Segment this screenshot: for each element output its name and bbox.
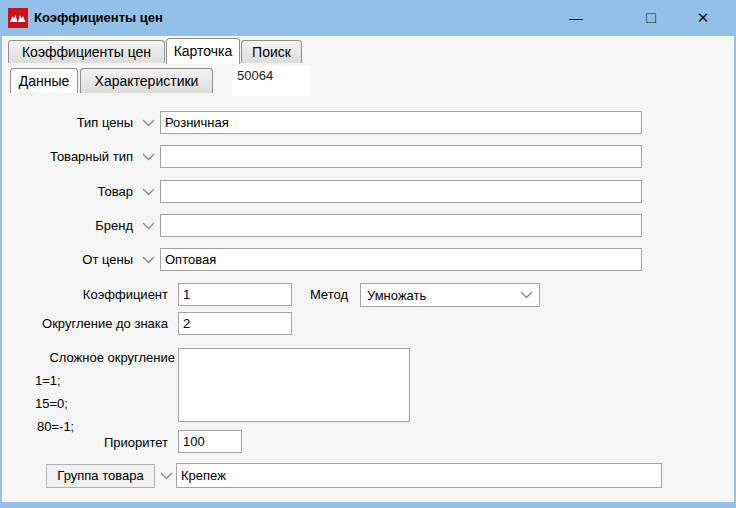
chevron-down-icon <box>142 256 155 264</box>
maximize-button[interactable]: □ <box>630 0 672 36</box>
tab-characteristics[interactable]: Характеристики <box>80 68 213 93</box>
product-type-dropdown-button[interactable] <box>138 145 158 168</box>
brand-label: Бренд <box>0 214 133 237</box>
priority-label: Приоритет <box>60 431 168 454</box>
chevron-down-icon <box>520 291 533 299</box>
titlebar: Коэффициенты цен — □ ✕ <box>0 0 736 36</box>
tab-data[interactable]: Данные <box>10 68 78 93</box>
chevron-down-icon <box>142 153 155 161</box>
product-label: Товар <box>0 180 133 203</box>
method-select[interactable]: Умножать <box>360 283 540 307</box>
app-window: Коэффициенты цен — □ ✕ Коэффициенты цен … <box>0 0 736 508</box>
record-id-field[interactable]: 50064 <box>232 66 310 96</box>
from-price-input[interactable] <box>160 248 642 271</box>
from-price-dropdown-button[interactable] <box>138 248 158 271</box>
product-dropdown-button[interactable] <box>138 180 158 203</box>
window-title: Коэффициенты цен <box>34 0 163 36</box>
minimize-button[interactable]: — <box>555 0 597 36</box>
chevron-down-icon <box>160 472 173 480</box>
tab-coefficients[interactable]: Коэффициенты цен <box>8 40 165 63</box>
app-logo-icon <box>8 8 28 28</box>
chevron-down-icon <box>142 188 155 196</box>
rounding-digits-input[interactable] <box>178 312 292 335</box>
complex-rounding-hint-2: 15=0; <box>35 396 68 412</box>
tab-card[interactable]: Карточка <box>166 38 240 64</box>
tab-search[interactable]: Поиск <box>241 40 302 63</box>
priority-input[interactable] <box>178 430 242 453</box>
close-button[interactable]: ✕ <box>682 0 724 36</box>
price-type-dropdown-button[interactable] <box>138 111 158 134</box>
method-select-value: Умножать <box>367 288 520 303</box>
chevron-down-icon <box>142 222 155 230</box>
coefficient-input[interactable] <box>178 283 292 306</box>
price-type-input[interactable] <box>160 111 642 134</box>
from-price-label: От цены <box>0 248 133 271</box>
brand-dropdown-button[interactable] <box>138 214 158 237</box>
complex-rounding-label: Сложное округление <box>30 350 175 366</box>
complex-rounding-textarea[interactable] <box>178 348 410 422</box>
brand-input[interactable] <box>160 214 642 237</box>
price-type-label: Тип цены <box>0 111 133 134</box>
product-group-dropdown-button[interactable] <box>156 464 176 487</box>
rounding-digits-label: Округление до знака <box>0 312 168 335</box>
product-group-input[interactable] <box>176 463 662 488</box>
product-type-label: Товарный тип <box>0 145 133 168</box>
window-border-bottom <box>0 502 736 508</box>
product-input[interactable] <box>160 180 642 203</box>
complex-rounding-hint-1: 1=1; <box>35 373 61 389</box>
method-label: Метод <box>300 283 348 306</box>
product-type-input[interactable] <box>160 145 642 168</box>
chevron-down-icon <box>142 119 155 127</box>
product-group-button[interactable]: Группа товара <box>46 464 155 488</box>
coefficient-label: Коэффициент <box>0 283 168 306</box>
